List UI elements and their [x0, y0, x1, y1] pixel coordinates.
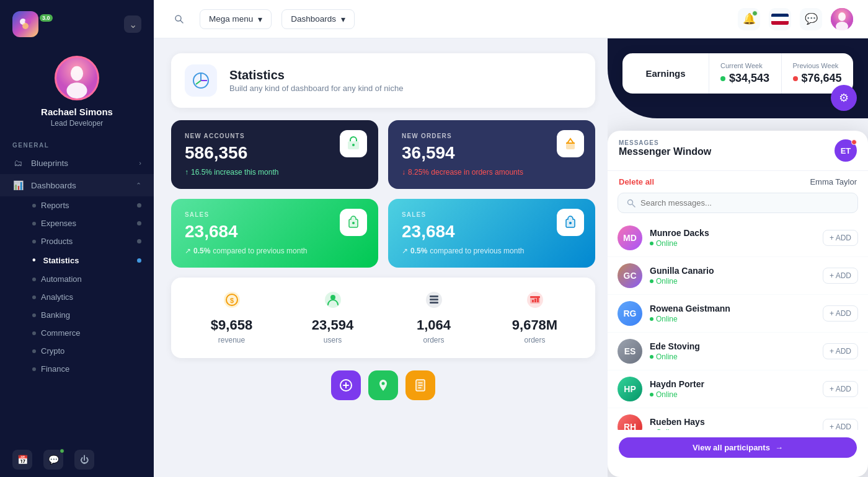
- sidebar: 3.0 ⌄ Rachael Simons Lead Developer GENE…: [0, 0, 154, 477]
- mega-menu-dropdown[interactable]: Mega menu ▾: [200, 9, 272, 29]
- add-contact-haydn[interactable]: + ADD: [823, 381, 858, 397]
- sidebar-item-blueprints[interactable]: 🗂 Blueprints ›: [0, 152, 154, 174]
- sales-blue-icon-badge: [557, 209, 584, 236]
- contact-item-ede[interactable]: ES Ede Stoving Online + ADD: [608, 333, 868, 370]
- logo-badge: 3.0: [40, 14, 53, 22]
- previous-week-amount: $76,645: [802, 72, 842, 85]
- commerce-label: Commerce: [41, 328, 81, 338]
- contact-avatar-ede: ES: [618, 339, 642, 364]
- current-week-amount: $34,543: [729, 72, 769, 85]
- location-action-btn[interactable]: [368, 370, 398, 400]
- contact-info-munroe: Munroe Dacks Online: [650, 228, 815, 248]
- statistics-bullet: •: [32, 255, 36, 266]
- add-action-btn[interactable]: [331, 370, 361, 400]
- svg-point-32: [382, 382, 385, 385]
- new-accounts-arrow: ↑: [185, 168, 188, 177]
- status-dot-munroe: [650, 242, 653, 245]
- view-all-participants-btn[interactable]: View all participants →: [619, 437, 857, 458]
- svg-point-4: [71, 66, 83, 81]
- dashboards-label: Dashboards: [31, 181, 76, 190]
- status-dot-rowena: [650, 317, 653, 321]
- new-accounts-change: ↑ 16.5% increase this month: [185, 168, 365, 177]
- sales-blue-label: SALES: [402, 211, 582, 218]
- general-section-label: GENERAL: [0, 137, 154, 152]
- earnings-section: Earnings: [622, 53, 709, 94]
- sidebar-subitem-reports[interactable]: Reports: [0, 196, 154, 214]
- user-avatar-topbar[interactable]: [831, 8, 853, 30]
- contact-avatar-rowena: RG: [618, 301, 642, 326]
- stats-header-text: Statistics Build any kind of dashboard f…: [229, 68, 403, 93]
- svg-text:$: $: [229, 297, 233, 304]
- contact-item-rueben[interactable]: RH Rueben Hays Online + ADD: [608, 408, 868, 430]
- blueprints-label: Blueprints: [31, 159, 68, 168]
- summary-users: 23,594 users: [287, 291, 378, 344]
- messages-online-dot: [60, 449, 64, 453]
- messenger-title-area: MESSAGES Messenger Window: [619, 139, 711, 157]
- sidebar-subitem-analytics[interactable]: Analytics: [0, 288, 154, 306]
- products-dot: [32, 240, 36, 243]
- contact-avatar-munroe: MD: [618, 225, 642, 250]
- svg-point-2: [22, 23, 29, 29]
- settings-fab[interactable]: ⚙: [831, 85, 857, 111]
- new-accounts-change-text: 16.5% increase this month: [191, 168, 278, 177]
- sidebar-subitem-statistics[interactable]: • Statistics: [0, 250, 154, 270]
- sidebar-toggle[interactable]: ⌄: [124, 15, 141, 33]
- contact-item-gunilla[interactable]: GC Gunilla Canario Online + ADD: [608, 257, 868, 295]
- orders-count-value: 1,064: [417, 317, 451, 333]
- chat-icon-btn[interactable]: 💬: [800, 8, 822, 30]
- active-user-label: Emma Taylor: [810, 177, 857, 186]
- metric-card-new-orders: NEW ORDERS 36,594 ↓ 8.25% decrease in or…: [388, 120, 595, 189]
- stats-header-card: Statistics Build any kind of dashboard f…: [171, 53, 595, 108]
- previous-week-label: Previous Week: [793, 62, 843, 69]
- sidebar-subitem-products[interactable]: Products: [0, 232, 154, 250]
- dashboards-dropdown[interactable]: Dashboards ▾: [281, 9, 355, 29]
- main-area: Mega menu ▾ Dashboards ▾ 🔔 💬: [154, 0, 868, 477]
- power-icon-btn[interactable]: ⏻: [74, 450, 94, 470]
- notifications-btn[interactable]: 🔔: [738, 8, 760, 30]
- contact-item-rowena[interactable]: RG Rowena Geistmann Online + ADD: [608, 295, 868, 333]
- view-all-label: View all participants: [693, 443, 770, 452]
- messenger-avatar[interactable]: ET: [835, 139, 857, 162]
- calendar-icon-btn[interactable]: 📅: [12, 450, 32, 470]
- banking-label: Banking: [41, 310, 70, 320]
- document-action-btn[interactable]: [405, 370, 435, 400]
- dark-bg-area: Earnings Current Week $34,543 Previous W…: [608, 38, 868, 118]
- messages-icon-btn[interactable]: 💬: [43, 450, 63, 470]
- sidebar-item-dashboards[interactable]: 📊 Dashboards ⌃: [0, 174, 154, 196]
- stats-icon-box: [185, 64, 217, 97]
- automation-label: Automation: [41, 274, 82, 284]
- sidebar-subitem-automation[interactable]: Automation: [0, 270, 154, 288]
- svg-rect-29: [534, 299, 536, 302]
- svg-point-35: [628, 199, 633, 204]
- contact-status-gunilla: Online: [650, 277, 815, 286]
- sales-green-change: ↗ 0.5% compared to previous month: [185, 247, 365, 255]
- flag-icon[interactable]: [769, 8, 791, 30]
- add-contact-rowena[interactable]: + ADD: [823, 305, 858, 322]
- svg-point-20: [330, 295, 335, 300]
- sidebar-subitem-expenses[interactable]: Expenses: [0, 214, 154, 232]
- status-dot-ede: [650, 355, 653, 359]
- add-contact-gunilla[interactable]: + ADD: [823, 268, 858, 284]
- sidebar-subitem-banking[interactable]: Banking: [0, 306, 154, 324]
- sidebar-subitem-crypto[interactable]: Crypto: [0, 342, 154, 360]
- sidebar-subitem-commerce[interactable]: Commerce: [0, 324, 154, 342]
- add-contact-rueben[interactable]: + ADD: [823, 419, 858, 430]
- crypto-label: Crypto: [41, 346, 64, 356]
- svg-rect-23: [430, 299, 438, 300]
- metric-cards-grid: NEW ACCOUNTS 586,356 ↑ 16.5% increase th…: [171, 120, 595, 268]
- left-panel: Statistics Build any kind of dashboard f…: [154, 38, 608, 477]
- stats-subtitle: Build any kind of dashboard for any kind…: [229, 84, 403, 93]
- search-messages-input[interactable]: [640, 198, 849, 208]
- search-icon-btn[interactable]: [169, 9, 190, 30]
- delete-all-btn[interactable]: Delete all: [619, 177, 654, 186]
- earnings-card: Earnings Current Week $34,543 Previous W…: [622, 53, 853, 94]
- contact-item-haydn[interactable]: HP Haydn Porter Online + ADD: [608, 370, 868, 408]
- svg-line-36: [632, 204, 635, 207]
- new-orders-change-text: 8.25% decrease in orders amounts: [408, 168, 523, 177]
- contact-item-munroe[interactable]: MD Munroe Dacks Online + ADD: [608, 219, 868, 257]
- add-contact-munroe[interactable]: + ADD: [823, 230, 858, 246]
- sidebar-subitem-finance[interactable]: Finance: [0, 360, 154, 378]
- expenses-dot-right: [137, 221, 141, 225]
- add-contact-ede[interactable]: + ADD: [823, 343, 858, 359]
- products-dot-right: [137, 239, 141, 243]
